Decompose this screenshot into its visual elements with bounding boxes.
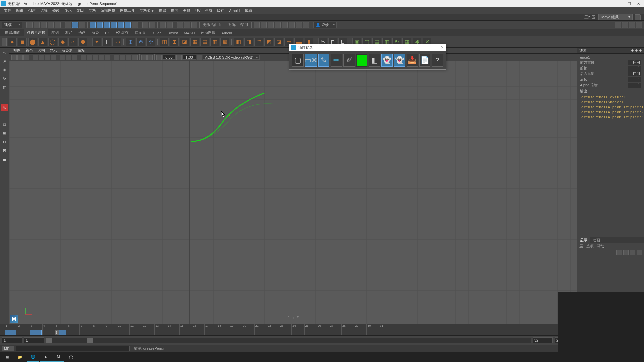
vp-exposure-button[interactable] bbox=[156, 55, 162, 60]
playback-7-button[interactable] bbox=[296, 22, 302, 28]
vp-gamma-button[interactable] bbox=[176, 55, 182, 60]
shelf-tab-4[interactable]: 动画 bbox=[75, 29, 89, 36]
pivot-icon[interactable]: ⊕ bbox=[126, 38, 135, 46]
layer-btn-3[interactable] bbox=[630, 250, 635, 255]
gp-marker-tool[interactable]: ✏ bbox=[331, 54, 342, 67]
vp-gate-button[interactable] bbox=[51, 55, 56, 60]
attr-row[interactable]: Alpha 倍增1 bbox=[579, 82, 643, 88]
torus-icon[interactable]: ◯ bbox=[48, 38, 57, 46]
attr-output[interactable]: greasePencilAlphaMultiplier2 bbox=[579, 110, 643, 115]
center-icon[interactable]: ✢ bbox=[146, 38, 155, 46]
vp-film-button[interactable] bbox=[45, 55, 50, 60]
move-tool[interactable]: ✥ bbox=[1, 66, 8, 74]
layout-three[interactable]: ⊡ bbox=[1, 147, 8, 154]
menu-生成[interactable]: 生成 bbox=[203, 7, 214, 14]
menu-网格工具[interactable]: 网格工具 bbox=[118, 7, 137, 14]
vp-textured-button[interactable] bbox=[72, 55, 77, 60]
tl-keyframe[interactable] bbox=[5, 330, 16, 335]
vp-shaded-button[interactable] bbox=[66, 55, 71, 60]
freeze-icon[interactable]: ❄ bbox=[136, 38, 145, 46]
module-select[interactable]: 建模 bbox=[2, 22, 22, 28]
last-tool[interactable]: ✎ bbox=[1, 104, 8, 111]
layer-btn-1[interactable] bbox=[616, 250, 622, 255]
gp-soft-tool[interactable]: ✐ bbox=[343, 54, 355, 67]
vp-colorspace-select[interactable]: ACES 1.0 SDR-video (sRGB) bbox=[203, 55, 260, 60]
vp-iso2-button[interactable] bbox=[120, 55, 125, 60]
gp-export-tool[interactable]: 📄 bbox=[419, 54, 431, 67]
platonic-icon[interactable]: ⬢ bbox=[78, 38, 87, 46]
vp-grid-button[interactable] bbox=[39, 55, 44, 60]
vp-menu-显示[interactable]: 显示 bbox=[48, 48, 59, 53]
outliner-button[interactable]: ☰ bbox=[1, 156, 8, 163]
attr-row[interactable]: 后帧1 bbox=[579, 77, 643, 82]
panel-layout-1-button[interactable] bbox=[615, 22, 621, 28]
menu-网格显示[interactable]: 网格显示 bbox=[138, 7, 156, 14]
menu-窗口[interactable]: 窗口 bbox=[74, 7, 86, 14]
remesh-icon[interactable]: ▥ bbox=[210, 38, 219, 46]
layer-tab-0[interactable]: 显示 bbox=[577, 237, 590, 243]
shelf-tab-5[interactable]: 渲染 bbox=[89, 29, 102, 36]
shelf-tab-11[interactable]: MASH bbox=[181, 30, 198, 36]
minimize-button[interactable]: — bbox=[618, 2, 622, 6]
shelf-tab-7[interactable]: FX 缓存 bbox=[113, 29, 132, 36]
panel-layout-2-button[interactable] bbox=[622, 22, 628, 28]
attr-row[interactable]: 后方重影启用 bbox=[579, 71, 643, 77]
vp-aa-button[interactable] bbox=[99, 55, 104, 60]
vp-menu-视图[interactable]: 视图 bbox=[11, 48, 23, 53]
menu-编辑网格[interactable]: 编辑网格 bbox=[99, 7, 117, 14]
select-mode-button[interactable] bbox=[65, 22, 71, 28]
vp-menu-着色[interactable]: 着色 bbox=[23, 48, 35, 53]
svg-icon[interactable]: SVG bbox=[112, 38, 121, 46]
layer-btn-4[interactable] bbox=[637, 250, 642, 255]
reduce-icon[interactable]: ▤ bbox=[200, 38, 209, 46]
vp-menu-照明[interactable]: 照明 bbox=[36, 48, 47, 53]
menu-选择[interactable]: 选择 bbox=[38, 7, 50, 14]
vp-motion-button[interactable] bbox=[105, 55, 110, 60]
layer-tab-1[interactable]: 动画 bbox=[590, 237, 603, 243]
attr-row[interactable]: 前方重影启用 bbox=[579, 60, 643, 65]
vp-wire-button[interactable] bbox=[60, 55, 65, 60]
type-icon[interactable]: T bbox=[102, 38, 111, 46]
vp-image-button[interactable] bbox=[33, 55, 38, 60]
menu-UV[interactable]: UV bbox=[193, 8, 202, 13]
vp-joint-button[interactable] bbox=[147, 55, 153, 60]
close-button[interactable]: ✕ bbox=[637, 2, 640, 6]
vp-cam-button[interactable] bbox=[11, 55, 17, 60]
maximize-button[interactable]: ☐ bbox=[628, 2, 631, 6]
gp-eraser-tool[interactable]: ◧ bbox=[369, 54, 380, 67]
vp-exposure-input[interactable] bbox=[162, 55, 176, 60]
cylinder-icon[interactable]: ⬤ bbox=[28, 38, 37, 46]
attr-output[interactable]: greasePencilShader1 bbox=[579, 100, 643, 105]
gp-help-button[interactable]: ? bbox=[432, 54, 443, 67]
shelf-tab-9[interactable]: XGen bbox=[149, 30, 164, 36]
panel-layout-4-button[interactable] bbox=[636, 22, 642, 28]
play-button[interactable] bbox=[254, 22, 260, 28]
redo-button[interactable] bbox=[55, 22, 61, 28]
attr-output[interactable]: greasePencilAlphaMultiplier3 bbox=[579, 115, 643, 120]
menu-创建[interactable]: 创建 bbox=[26, 7, 38, 14]
render-settings-button[interactable] bbox=[191, 22, 197, 28]
menu-网格[interactable]: 网格 bbox=[87, 7, 98, 14]
gp-select-tool[interactable]: ▭✕ bbox=[305, 54, 317, 67]
playback-8-button[interactable] bbox=[303, 22, 309, 28]
ipr-button[interactable] bbox=[184, 22, 190, 28]
attr-output[interactable]: greasePencilAlphaMultiplier1 bbox=[579, 105, 643, 110]
menu-显示[interactable]: 显示 bbox=[62, 7, 74, 14]
menu-缓存[interactable]: 缓存 bbox=[215, 7, 226, 14]
menu-曲面[interactable]: 曲面 bbox=[169, 7, 180, 14]
layout-two[interactable]: ⊟ bbox=[1, 138, 8, 145]
menu-变形[interactable]: 变形 bbox=[181, 7, 193, 14]
new-scene-button[interactable] bbox=[26, 22, 33, 28]
cmd-lang-label[interactable]: MEL bbox=[2, 346, 14, 351]
tl-current[interactable]: 5 bbox=[55, 330, 59, 335]
highlight-button[interactable] bbox=[149, 22, 155, 28]
workspace-select[interactable]: Maya 经典 bbox=[598, 14, 633, 20]
snap-view-button[interactable] bbox=[118, 22, 124, 28]
layout-single[interactable]: □ bbox=[1, 121, 8, 128]
select-tool[interactable]: ↖ bbox=[1, 49, 8, 56]
bevel-icon[interactable]: ◩ bbox=[264, 38, 273, 46]
smooth-icon[interactable]: ▦ bbox=[190, 38, 199, 46]
gp-frame-icon[interactable]: ▢ bbox=[292, 54, 304, 67]
maya-taskbar-icon[interactable]: M bbox=[52, 352, 64, 362]
playback-3-button[interactable] bbox=[268, 22, 274, 28]
